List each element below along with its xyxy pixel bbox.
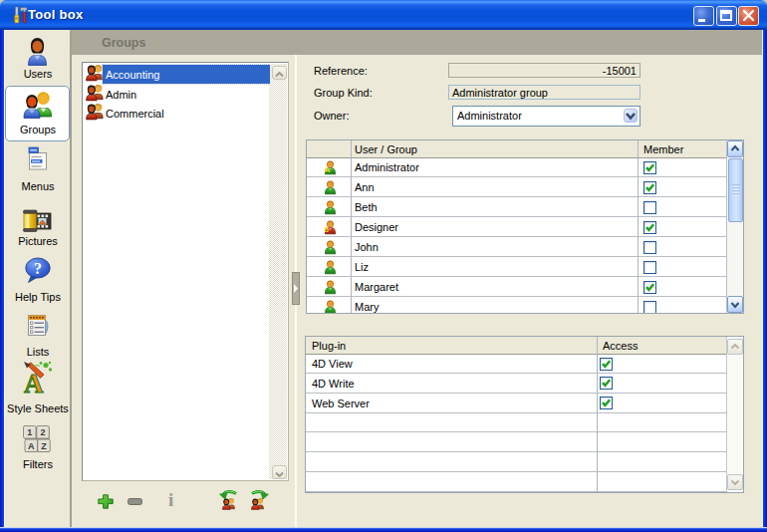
svg-text:Z: Z bbox=[41, 441, 47, 451]
svg-text:2: 2 bbox=[40, 427, 45, 437]
svg-text:A: A bbox=[28, 441, 35, 451]
svg-text:?: ? bbox=[34, 260, 42, 277]
svg-text:1: 1 bbox=[27, 427, 32, 437]
